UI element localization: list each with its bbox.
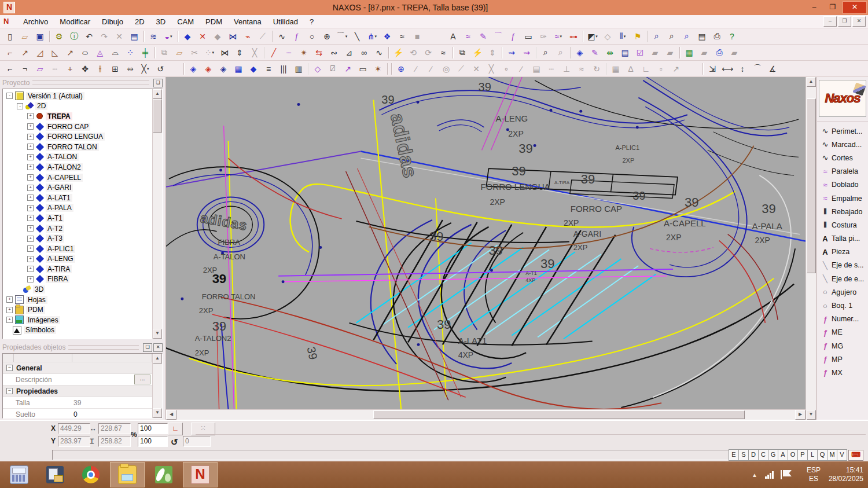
- collapse-icon[interactable]: −: [6, 388, 13, 394]
- menu-dibujo[interactable]: Dibujo: [96, 16, 129, 27]
- slash-deg-button[interactable]: ∕: [514, 61, 529, 76]
- cut-button[interactable]: ✂: [187, 45, 202, 60]
- canvas-horizontal-scrollbar[interactable]: ◀ ▶: [166, 409, 806, 420]
- expand-icon[interactable]: +: [27, 154, 34, 160]
- insert-image-button[interactable]: ▦: [682, 45, 697, 60]
- minimize-button[interactable]: –: [806, 2, 823, 13]
- tool-cortes[interactable]: ∿Cortes: [817, 151, 868, 164]
- layout-letter-v[interactable]: V: [837, 449, 847, 461]
- scanner-button[interactable]: ⎙: [712, 45, 727, 60]
- tree-item-hojas[interactable]: +Hojas: [3, 295, 152, 305]
- mirror-h-button[interactable]: ⋈: [217, 45, 232, 60]
- table-cells-button[interactable]: ▥: [291, 61, 306, 76]
- rotation-field[interactable]: 0: [183, 436, 211, 447]
- scroll-up-icon[interactable]: ▲: [153, 354, 162, 364]
- paste-button[interactable]: ▱: [172, 45, 187, 60]
- arc-button[interactable]: ⌒▾: [334, 29, 350, 43]
- export-table-button[interactable]: ▤: [127, 29, 142, 43]
- sweep-button[interactable]: ⟋: [255, 29, 270, 43]
- tree-item-forro-talon[interactable]: +FORRO TALON: [3, 142, 152, 152]
- tool-me[interactable]: ƒME: [817, 326, 868, 339]
- tool-boq-1[interactable]: ○Boq. 1: [817, 299, 868, 312]
- menu-2d[interactable]: 2D: [129, 16, 150, 27]
- taskbar-file-explorer-button[interactable]: [110, 462, 145, 487]
- project-dock-button[interactable]: ❏: [153, 79, 163, 87]
- shape-gray1-button[interactable]: ▰: [648, 45, 663, 60]
- tree-item-a-capell[interactable]: +A-CAPELL: [3, 173, 152, 183]
- tool-empalme[interactable]: ≈Empalme: [817, 192, 868, 205]
- stamp-button[interactable]: ✑: [536, 29, 551, 43]
- scrollbar-thumb[interactable]: [373, 410, 745, 419]
- ruler-small-button[interactable]: ▤: [529, 61, 544, 76]
- collapse-icon[interactable]: -: [17, 103, 23, 109]
- tree-item-a-plic1[interactable]: +A-PLIC1: [3, 244, 152, 254]
- tool-mx[interactable]: ƒMX: [817, 366, 868, 379]
- h-bars-button[interactable]: ≡: [261, 61, 276, 76]
- tree-item-forro-lengua[interactable]: +FORRO LENGUA: [3, 131, 152, 142]
- small-dot-button[interactable]: ∘: [499, 61, 514, 76]
- pointer-box-button[interactable]: ◩▾: [585, 29, 600, 43]
- move-tool-button[interactable]: ✥: [78, 61, 93, 76]
- flip-updown-button[interactable]: ⇕: [485, 45, 500, 60]
- zoom-y-field[interactable]: 100: [138, 436, 168, 447]
- tool-paralela[interactable]: ≈Paralela: [817, 165, 868, 178]
- ghost-diamond-button[interactable]: ◇: [600, 29, 615, 43]
- measure-angle-button[interactable]: ∡: [765, 61, 780, 76]
- zoom-x-field[interactable]: 100: [138, 423, 168, 434]
- scroll-left-icon[interactable]: ◀: [166, 410, 176, 420]
- tree-item-fibra[interactable]: +FIBRA: [3, 274, 152, 285]
- settings-gears-button[interactable]: ⚙: [52, 29, 67, 43]
- spiral-button[interactable]: ◬: [93, 45, 108, 60]
- mirror-piece-button[interactable]: ⋈: [225, 29, 240, 43]
- tree-item-pdm[interactable]: +PDM: [3, 304, 152, 315]
- open-file-button[interactable]: ▱: [17, 29, 32, 43]
- pin-blue-button[interactable]: ⊕: [393, 61, 409, 76]
- node-seg1-button[interactable]: ∕: [409, 61, 424, 76]
- tool-eje-de-s-[interactable]: ╲Eje de s...: [817, 259, 868, 272]
- tool-mg[interactable]: ƒMG: [817, 339, 868, 353]
- arrow-n-button[interactable]: ↗: [340, 61, 355, 76]
- pattern-dots-button[interactable]: ⁘: [123, 45, 138, 60]
- wave-edit-button[interactable]: ≈▾: [551, 29, 566, 43]
- shape-gray2-button[interactable]: ▰: [663, 45, 678, 60]
- mdi-close-button[interactable]: ✕: [852, 16, 866, 27]
- pin-cross-button[interactable]: ⚡: [391, 45, 406, 60]
- menu-modificar[interactable]: Modificar: [54, 16, 96, 27]
- curve-cross-button[interactable]: ⥈: [123, 61, 138, 76]
- scroll-down-icon[interactable]: ▼: [807, 410, 816, 420]
- measure-box-button[interactable]: ▭: [355, 61, 370, 76]
- width-field[interactable]: 228.67: [98, 423, 131, 434]
- expand-icon[interactable]: +: [27, 195, 34, 201]
- expand-icon[interactable]: +: [27, 215, 34, 221]
- layout-letter-m[interactable]: M: [827, 449, 837, 461]
- menu-ventana[interactable]: Ventana: [228, 16, 267, 27]
- tool-costura[interactable]: ⫴Costura: [817, 218, 868, 232]
- pen-n-button[interactable]: ✎: [587, 45, 602, 60]
- tray-expand-icon[interactable]: ▲: [752, 472, 757, 478]
- spline-violet-button[interactable]: ƒ: [506, 29, 521, 43]
- arrows-spread-button[interactable]: ⇹: [602, 45, 617, 60]
- layout-letter-s[interactable]: S: [738, 449, 749, 461]
- circle-button[interactable]: ○: [304, 29, 319, 43]
- layers-button[interactable]: ≋: [146, 29, 161, 43]
- property-value[interactable]: 39: [73, 399, 152, 407]
- properties-close-button[interactable]: ✕: [153, 343, 163, 352]
- mdi-restore-button[interactable]: ❐: [838, 16, 851, 27]
- menu-pdm[interactable]: PDM: [200, 16, 228, 27]
- layout-letter-c[interactable]: C: [758, 449, 768, 461]
- menu-3d[interactable]: 3D: [150, 16, 172, 27]
- clock[interactable]: 15:41 28/02/2025: [829, 466, 863, 483]
- tool-talla-pi-[interactable]: ATalla pi...: [817, 232, 868, 245]
- diamond-del-button[interactable]: ◈: [201, 61, 216, 76]
- menu-utilidad[interactable]: Utilidad: [267, 16, 304, 27]
- arrow-wave-in-button[interactable]: ⇝: [504, 45, 519, 60]
- shape-gray4-button[interactable]: ▰: [727, 45, 742, 60]
- tree-item-a-talon2[interactable]: +A-TALON2: [3, 162, 152, 173]
- wave-arrows-button[interactable]: ≈: [436, 45, 451, 60]
- diamond-line-button[interactable]: ◇: [310, 61, 325, 76]
- redo-button[interactable]: ↷: [97, 29, 112, 43]
- tree-item-s-mbolos[interactable]: Símbolos: [3, 325, 152, 336]
- property-row-suelto[interactable]: Suelto0: [3, 409, 152, 420]
- node-seg2-button[interactable]: ∕: [424, 61, 439, 76]
- tool-pieza[interactable]: APieza: [817, 245, 868, 259]
